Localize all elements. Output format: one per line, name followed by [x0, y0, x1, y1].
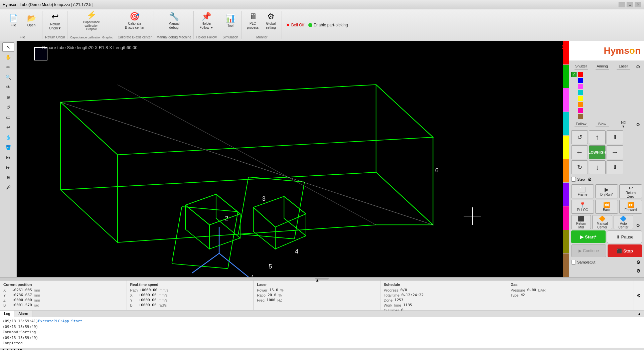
palette-magenta[interactable]	[563, 88, 569, 112]
minimize-button[interactable]: —	[619, 2, 625, 7]
tool-button[interactable]: 📊 Tool	[222, 11, 239, 31]
palette-yellow[interactable]	[563, 136, 569, 159]
forward-button[interactable]: ⏩ Forward	[619, 200, 642, 214]
capacitance-button[interactable]: ⚡ Capacitance calibrationGraphic	[78, 11, 105, 31]
wand-tool[interactable]: 🖌	[2, 183, 14, 192]
plc-button[interactable]: 🖥 PLCprocess	[244, 11, 262, 31]
pen-tool[interactable]: ✏	[2, 62, 14, 72]
palette-violet[interactable]	[563, 183, 569, 206]
next-tool[interactable]: ⏭	[2, 163, 14, 172]
laser-toggle[interactable]: Laser	[614, 64, 633, 69]
rect-tool[interactable]: ▭	[2, 113, 14, 122]
log-scroll-up[interactable]: ▲	[635, 311, 644, 317]
close-button[interactable]: ✕	[635, 2, 641, 7]
pos-b-value: +0001.570	[12, 303, 32, 307]
auto-center-button[interactable]: 🔷 Auto Center	[614, 215, 633, 229]
sample-cut-checkbox[interactable]	[571, 260, 576, 265]
nav-left[interactable]: ←	[571, 145, 588, 159]
n2-toggle[interactable]: N2 ▼	[614, 121, 633, 128]
nav-low-high[interactable]: LOW HIGH	[589, 145, 606, 159]
enable-part-toggle[interactable]: Enable part-picking	[308, 23, 348, 27]
resize-handle[interactable]: ▲	[315, 278, 329, 280]
plc-label: PLCprocess	[247, 22, 259, 30]
swatch-yellow2[interactable]	[578, 96, 583, 101]
left-toolbar: ↖ ✋ ✏ 🔍 👁 ⊕ ↺ ▭ ↩ 💧 🪣 ⏮ ⏭ ⊕ 🖌	[0, 41, 17, 277]
maximize-button[interactable]: □	[627, 2, 633, 7]
sample-settings-button[interactable]: ⚙	[635, 258, 642, 266]
undo-tool[interactable]: ↩	[2, 123, 14, 132]
pt-loc-button[interactable]: 📍 Pt LOC	[571, 200, 594, 214]
palette-green[interactable]	[563, 65, 569, 89]
bell-off-toggle[interactable]: ✕ Bell Off	[286, 22, 304, 28]
eye-tool[interactable]: 👁	[2, 82, 14, 92]
stop-button[interactable]: ⬛ Stop	[608, 244, 642, 257]
step-settings-button[interactable]: ⚙	[586, 176, 594, 183]
laser-label: Laser	[619, 64, 628, 68]
aiming-toggle[interactable]: Aiming	[592, 64, 612, 69]
return-origin-button[interactable]: ↩ ReturnOrigin▼	[45, 11, 65, 31]
palette-red[interactable]	[563, 41, 569, 65]
holder-button[interactable]: 📌 HolderFollow ▼	[198, 11, 215, 31]
log-scroll-down[interactable]: ▼	[638, 349, 642, 350]
laser-settings-button[interactable]: ⚙	[635, 63, 642, 70]
nav-rotate-cw[interactable]: ↻	[571, 160, 588, 174]
calibrate-button[interactable]: 🎯 CalibrateB-axis center	[123, 11, 146, 31]
global-setting-button[interactable]: ⚙ Globalsetting	[262, 11, 280, 31]
frame-button[interactable]: ⬜ Frame	[571, 184, 594, 198]
swatch-brown2[interactable]	[578, 114, 583, 119]
nav-up[interactable]: ↑	[589, 130, 606, 144]
swatch-red[interactable]	[578, 72, 583, 77]
palette-olive[interactable]	[563, 230, 569, 254]
drop-tool[interactable]: 💧	[2, 133, 14, 142]
open-button[interactable]: 📂 Open	[23, 11, 40, 31]
palette-orange[interactable]	[563, 159, 569, 183]
log-tab-log[interactable]: Log	[0, 311, 14, 317]
step-checkbox[interactable]	[571, 177, 576, 182]
center-settings-button[interactable]: ⚙	[635, 222, 642, 229]
move-tool[interactable]: ✋	[2, 52, 14, 62]
blow-toggle[interactable]: Blow	[592, 122, 612, 127]
palette-pink[interactable]	[563, 206, 569, 230]
palette-brown[interactable]	[563, 253, 569, 277]
shutter-toggle[interactable]: Shutter	[571, 64, 591, 69]
back-button[interactable]: ⏪ Back	[595, 200, 618, 214]
follow-toggle[interactable]: Follow	[571, 122, 591, 127]
select-tool[interactable]: ↖	[2, 42, 14, 52]
nav-down-right[interactable]: ⬇	[607, 160, 623, 174]
palette-cyan[interactable]	[563, 112, 569, 136]
fill-tool[interactable]: 🪣	[2, 143, 14, 152]
nav-down[interactable]: ↓	[589, 160, 606, 174]
continue-icon: ▶	[579, 248, 582, 253]
swatch-orange2[interactable]	[578, 102, 583, 107]
rotate-tool[interactable]: ↺	[2, 103, 14, 112]
laser-ratio-value: 20.0	[268, 293, 277, 297]
n2-settings-button[interactable]: ⚙	[635, 121, 642, 128]
start-button[interactable]: ▶ Start*	[571, 230, 606, 243]
zoom-in-tool[interactable]: ⊕	[2, 93, 14, 102]
return-zero-button[interactable]: ↩ Return Zero	[619, 184, 642, 198]
log-tab-alarm[interactable]: Alarm	[14, 311, 32, 317]
nav-up-right[interactable]: ⬆	[607, 130, 623, 144]
divider-bar[interactable]: ▲	[0, 277, 644, 280]
dryrun-button[interactable]: ▶ DryRun*	[595, 184, 618, 198]
manual-center-button[interactable]: 🔶 Manual Center	[592, 215, 612, 229]
bell-off-label: Bell Off	[291, 23, 304, 27]
panel-gear-button[interactable]: ⚙	[635, 267, 642, 275]
zoom-tool[interactable]: 🔍	[2, 72, 14, 82]
pause-button[interactable]: ⏸ Pause	[607, 230, 642, 243]
return-mid-button[interactable]: ⬛ Return Mid	[571, 215, 591, 229]
swatch-blue[interactable]	[578, 78, 583, 83]
swatch-pink2[interactable]	[578, 108, 583, 113]
manual-debug-button[interactable]: 🔧 Manualdebug	[165, 11, 183, 31]
prev-tool[interactable]: ⏮	[2, 153, 14, 162]
bottom-gear-button[interactable]: ⚙	[635, 292, 643, 299]
crosshair-tool[interactable]: ⊕	[2, 173, 14, 182]
log-timestamp: 6:0:14:27	[2, 349, 22, 350]
nav-rotate-ccw[interactable]: ↺	[571, 130, 588, 144]
nav-right[interactable]: →	[607, 145, 623, 159]
swatch-magenta2[interactable]	[578, 84, 583, 89]
log-link-1[interactable]: ExecutePLC:App_Start	[38, 319, 82, 323]
manual-debug-label: Manualdebug	[168, 22, 179, 30]
file-button[interactable]: 📄 File	[5, 11, 22, 31]
swatch-cyan2[interactable]	[578, 90, 583, 95]
